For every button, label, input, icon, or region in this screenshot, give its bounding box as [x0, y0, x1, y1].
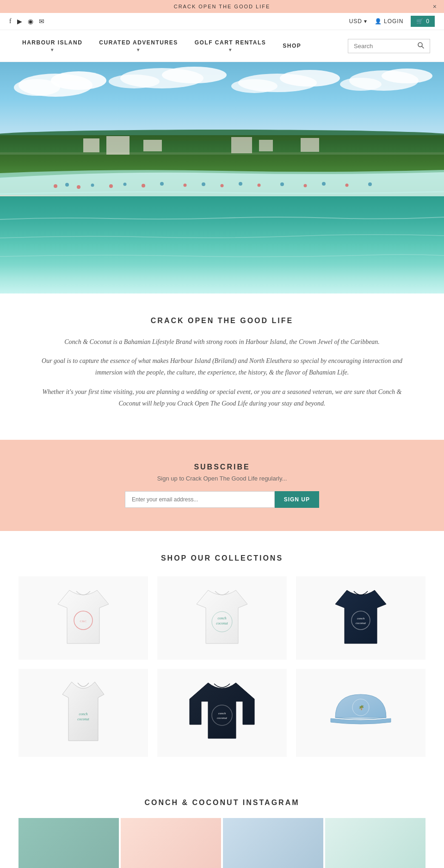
svg-point-25	[54, 184, 57, 188]
svg-point-31	[142, 184, 145, 187]
utility-right: USD ▾ 👤 LOGIN 🛒 0	[349, 16, 435, 27]
svg-point-13	[382, 69, 432, 83]
svg-text:conch: conch	[217, 616, 226, 620]
svg-point-38	[280, 182, 284, 186]
announcement-bar: CRACK OPEN THE GOOD LIFE ×	[0, 0, 444, 13]
facebook-icon[interactable]: f	[9, 18, 12, 25]
hero-image	[0, 62, 444, 293]
svg-rect-21	[231, 137, 252, 153]
main-content-section: CRACK OPEN THE GOOD LIFE Conch & Coconut…	[0, 293, 444, 440]
svg-point-37	[258, 184, 261, 187]
shop-section: SHOP OUR COLLECTIONS C&C	[0, 531, 444, 780]
nav-golf-cart-rentals[interactable]: GOLF CART RENTALS	[186, 35, 275, 57]
instagram-title: CONCH & COCONUT INSTAGRAM	[18, 799, 426, 807]
svg-point-40	[322, 182, 326, 186]
product-card-6[interactable]: 🌴	[296, 669, 426, 757]
nav-curated-adventures[interactable]: CURATED ADVENTURES	[91, 35, 186, 57]
main-navigation: HARBOUR ISLAND CURATED ADVENTURES GOLF C…	[0, 30, 444, 62]
login-icon: 👤	[375, 18, 382, 25]
main-content-p2: Our goal is to capture the essence of wh…	[37, 355, 407, 378]
subscribe-title: SUBSCRIBE	[37, 463, 407, 471]
svg-point-33	[184, 184, 187, 187]
svg-point-32	[160, 182, 164, 186]
nav-shop[interactable]: SHOP	[274, 38, 309, 54]
product-card-4[interactable]: conch coconut	[18, 669, 148, 757]
svg-point-27	[77, 185, 80, 189]
svg-text:coconut: coconut	[217, 716, 228, 720]
hero-section	[0, 62, 444, 293]
product-card-3[interactable]: conch coconut	[296, 576, 426, 660]
svg-point-35	[221, 184, 224, 187]
svg-rect-17	[0, 135, 444, 177]
harbour-island-chevron	[51, 47, 54, 52]
svg-point-11	[231, 79, 278, 93]
subscribe-email-input[interactable]	[125, 491, 275, 508]
currency-chevron: ▾	[364, 18, 367, 25]
cart-count: 0	[426, 18, 429, 25]
svg-rect-19	[106, 136, 130, 155]
subscribe-subtitle: Sign up to Crack Open The Good Life regu…	[37, 475, 407, 482]
svg-text:conch: conch	[79, 712, 87, 716]
signup-button[interactable]: SIGN UP	[275, 491, 319, 508]
svg-text:coconut: coconut	[216, 621, 228, 625]
svg-point-34	[202, 182, 205, 186]
instagram-section: CONCH & COCONUT INSTAGRAM	[0, 780, 444, 868]
svg-rect-18	[83, 138, 99, 152]
main-content-title: CRACK OPEN THE GOOD LIFE	[37, 317, 407, 325]
youtube-icon[interactable]: ▶	[17, 18, 22, 25]
svg-point-29	[109, 184, 113, 188]
svg-point-26	[65, 183, 69, 187]
email-icon[interactable]: ✉	[39, 18, 44, 25]
subscribe-form: SIGN UP	[125, 491, 319, 508]
svg-line-1	[422, 46, 424, 48]
nav-links: HARBOUR ISLAND CURATED ADVENTURES GOLF C…	[14, 35, 309, 57]
svg-point-28	[91, 184, 94, 187]
svg-rect-22	[259, 140, 273, 151]
svg-rect-20	[143, 140, 162, 151]
svg-text:coconut: coconut	[356, 621, 366, 625]
svg-rect-24	[0, 196, 444, 293]
search-input[interactable]	[354, 43, 414, 50]
search-icon-button[interactable]	[418, 42, 424, 50]
product-card-1[interactable]: C&C	[18, 576, 148, 660]
svg-point-42	[368, 182, 372, 186]
utility-bar: f ▶ ◉ ✉ USD ▾ 👤 LOGIN 🛒 0	[0, 13, 444, 30]
svg-text:conch: conch	[218, 712, 226, 715]
svg-rect-23	[301, 138, 319, 152]
social-icons: f ▶ ◉ ✉	[9, 18, 44, 25]
login-label: LOGIN	[384, 18, 403, 25]
main-content-p3: Whether it's your first time visiting, y…	[37, 386, 407, 409]
search-bar[interactable]	[348, 39, 430, 53]
currency-label: USD	[349, 18, 362, 25]
main-content-p1: Conch & Coconut is a Bahamian Lifestyle …	[37, 336, 407, 348]
nav-harbour-island[interactable]: HARBOUR ISLAND	[14, 35, 91, 57]
product-card-5[interactable]: conch coconut	[157, 669, 287, 757]
svg-point-30	[123, 183, 127, 186]
svg-point-14	[340, 78, 382, 91]
svg-point-41	[345, 184, 349, 187]
svg-point-5	[14, 79, 60, 96]
currency-selector[interactable]: USD ▾	[349, 18, 367, 25]
svg-text:conch: conch	[357, 617, 365, 620]
subscribe-section: SUBSCRIBE Sign up to Crack Open The Good…	[0, 440, 444, 531]
svg-text:coconut: coconut	[77, 717, 89, 721]
cart-icon: 🛒	[416, 18, 423, 25]
svg-point-39	[304, 184, 307, 187]
instagram-icon[interactable]: ◉	[28, 18, 33, 25]
login-button[interactable]: 👤 LOGIN	[375, 18, 403, 25]
announcement-text: CRACK OPEN THE GOOD LIFE	[174, 4, 271, 9]
golf-cart-rentals-chevron	[229, 47, 232, 52]
close-announcement-button[interactable]: ×	[433, 3, 437, 10]
svg-point-7	[162, 67, 227, 83]
shop-title: SHOP OUR COLLECTIONS	[18, 554, 426, 562]
curated-adventures-chevron	[137, 47, 140, 52]
cart-button[interactable]: 🛒 0	[411, 16, 435, 27]
svg-text:C&C: C&C	[80, 619, 87, 623]
svg-point-8	[109, 75, 160, 88]
svg-point-10	[280, 70, 340, 87]
products-grid: C&C conch coconut	[18, 576, 426, 757]
svg-point-36	[239, 182, 242, 186]
product-card-2[interactable]: conch coconut	[157, 576, 287, 660]
